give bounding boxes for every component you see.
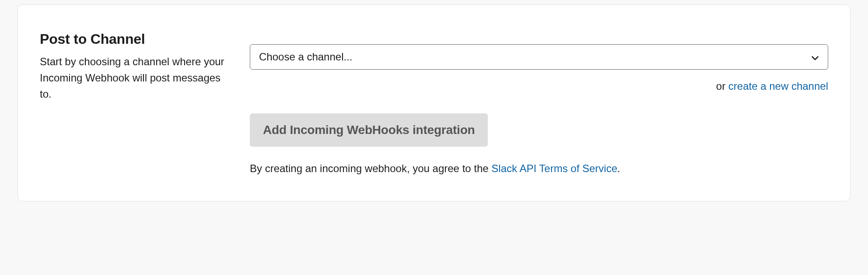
terms-line: By creating an incoming webhook, you agr… (250, 162, 828, 175)
channel-select[interactable]: Choose a channel... (250, 44, 828, 70)
section-title: Post to Channel (40, 31, 232, 47)
terms-suffix: . (617, 162, 620, 174)
create-channel-link[interactable]: create a new channel (728, 80, 828, 92)
channel-select-wrap: Choose a channel... (250, 44, 828, 70)
add-integration-button[interactable]: Add Incoming WebHooks integration (250, 113, 488, 147)
section-info: Post to Channel Start by choosing a chan… (40, 31, 232, 102)
alt-action-prefix: or (716, 80, 728, 92)
settings-card: Post to Channel Start by choosing a chan… (18, 4, 850, 201)
terms-link[interactable]: Slack API Terms of Service (491, 162, 617, 174)
section-controls: Choose a channel... or create a new chan… (250, 31, 828, 175)
alt-action-line: or create a new channel (250, 80, 828, 92)
post-to-channel-row: Post to Channel Start by choosing a chan… (40, 31, 828, 175)
terms-prefix: By creating an incoming webhook, you agr… (250, 162, 491, 174)
section-description: Start by choosing a channel where your I… (40, 53, 232, 102)
